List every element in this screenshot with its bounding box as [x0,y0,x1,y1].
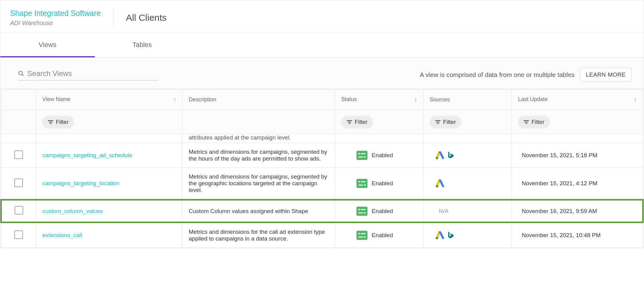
search-icon [18,70,24,77]
col-header-checkbox [1,89,36,110]
info-text: A view is comprised of data from one or … [420,71,575,78]
cell-checkbox [1,143,36,168]
table-filter-row: Filter Filter Filter [1,110,643,134]
cell-name: campaigns_targeting_ad_schedule [36,143,183,168]
view-name-link[interactable]: campaigns_targeting_location [42,180,119,186]
cell-name: campaigns_targeting_location [36,168,183,200]
filter-icon [48,120,53,124]
cell-sources [424,143,512,168]
status-label: Enabled [372,208,393,215]
filter-chip-updated[interactable]: Filter [518,116,550,128]
status-label: Enabled [372,232,393,239]
cell-sources: N/A [424,200,512,222]
row-checkbox[interactable] [15,206,23,215]
col-header-sources-label: Sources [430,96,450,103]
learn-more-button[interactable]: LEARN MORE [580,68,631,81]
sort-arrow-up-icon[interactable]: ↑ [173,96,176,103]
sources-icons [430,231,506,240]
cell-name [36,134,183,143]
sources-icons [430,151,506,160]
cell-name: custom_column_values [36,200,183,222]
svg-point-16 [436,237,438,239]
cell-status: Enabled [335,222,424,248]
filter-chip-sources[interactable]: Filter [430,116,461,128]
filter-icon [524,120,529,124]
status-badge-icon [356,151,367,160]
filter-cell-name: Filter [36,110,183,134]
row-checkbox[interactable] [14,179,23,187]
filter-cell-description [183,110,335,134]
view-name-link[interactable]: custom_column_values [42,208,103,214]
cell-checkbox [1,222,36,248]
cell-name: extensions_call [36,222,183,248]
toolbar: A view is comprised of data from one or … [0,58,644,89]
col-header-status-label: Status [341,96,357,102]
status-label: Enabled [372,180,393,187]
filter-icon [435,120,441,124]
brand-subtitle: ADI Warehouse [10,20,101,27]
col-header-name[interactable]: View Name ↑ [36,89,183,110]
row-checkbox[interactable] [14,150,23,159]
sort-arrow-up-icon[interactable]: ↑ [414,96,417,103]
header-brand-block: Shape Integrated Software ADI Warehouse [10,9,114,27]
cell-status: Enabled [335,200,424,222]
col-header-status[interactable]: Status ↑ [335,89,424,110]
bing-icon [447,231,454,240]
row-checkbox[interactable] [14,230,23,239]
status-label: Enabled [372,152,393,159]
table-row: campaigns_targeting_ad_scheduleMetrics a… [1,143,643,168]
col-header-description: Description [183,89,335,110]
sort-arrow-up-icon[interactable]: ↑ [634,96,637,103]
google-ads-icon [436,151,444,159]
google-ads-icon [436,231,444,239]
col-header-updated[interactable]: Last Update ↑ [512,89,643,110]
tab-tables[interactable]: Tables [95,32,189,57]
view-name-link[interactable]: extensions_call [42,232,82,238]
status-badge-icon [356,207,367,216]
cell-updated: November 16, 2021, 9:59 AM [512,200,643,222]
svg-point-0 [19,71,23,75]
cell-updated: November 15, 2021, 4:12 PM [512,168,643,200]
table-row: campaigns_targeting_locationMetrics and … [1,168,643,200]
cell-checkbox [1,200,36,222]
cell-description: Custom Column values assigned within Sha… [183,200,335,222]
filter-chip-status[interactable]: Filter [341,116,373,128]
filter-cell-status: Filter [335,110,424,134]
col-header-name-label: View Name [42,96,70,102]
status-badge-icon [356,231,367,240]
table-body: attributes applied at the campaign level… [1,134,643,248]
filter-label: Filter [355,119,367,125]
cell-status: Enabled [335,143,424,168]
svg-line-1 [22,74,23,76]
bing-icon [447,151,454,160]
brand-link[interactable]: Shape Integrated Software [10,9,101,18]
cell-sources [424,134,512,143]
app-window: Shape Integrated Software ADI Warehouse … [0,0,644,248]
col-header-updated-label: Last Update [518,96,548,102]
toolbar-right: A view is comprised of data from one or … [420,68,631,81]
search-input[interactable] [27,69,158,78]
cell-description: Metrics and dimensions for the call ad e… [183,222,335,248]
cell-sources [424,222,512,248]
cell-checkbox [1,134,36,143]
cell-description: Metrics and dimensions for campaigns, se… [183,168,335,200]
filter-label: Filter [531,119,544,125]
google-ads-icon [436,179,444,187]
view-name-link[interactable]: campaigns_targeting_ad_schedule [42,152,132,158]
sources-icons [430,179,506,187]
filter-label: Filter [443,119,456,125]
filter-chip-name[interactable]: Filter [42,116,74,128]
page-title: All Clients [126,13,166,23]
cell-updated: November 15, 2021, 5:18 PM [512,143,643,168]
filter-cell-checkbox [1,110,36,134]
table-header-row: View Name ↑ Description Status ↑ Sources… [1,89,643,110]
sources-na: N/A [430,208,449,214]
status-badge-icon [356,179,367,188]
search-field[interactable] [18,69,158,81]
filter-icon [347,120,352,124]
cell-status: Enabled [335,168,424,200]
cell-checkbox [1,168,36,200]
cell-status [335,134,424,143]
cell-updated: November 15, 2021, 10:48 PM [512,222,643,248]
tab-views[interactable]: Views [0,32,95,57]
